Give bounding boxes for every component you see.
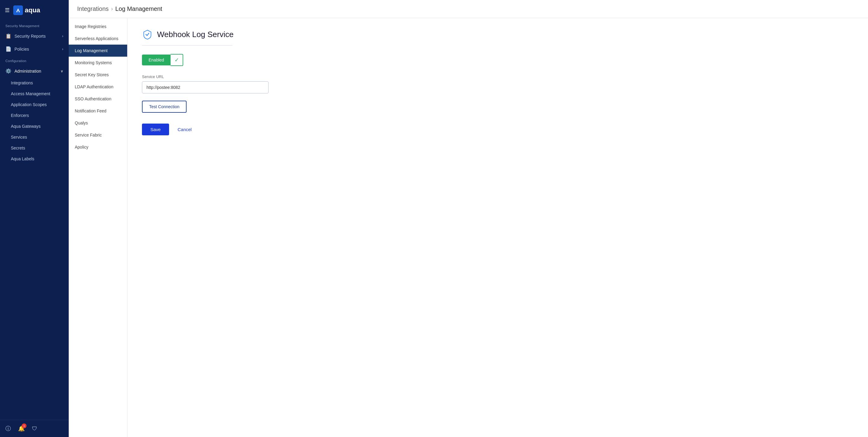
service-url-label: Service URL <box>142 74 854 79</box>
panel-divider <box>142 45 232 45</box>
sub-nav-notification-feed[interactable]: Notification Feed <box>69 105 127 117</box>
sidebar-sub-item-enforcers[interactable]: Enforcers <box>0 110 69 121</box>
service-url-input[interactable] <box>142 82 269 93</box>
sidebar-item-security-reports[interactable]: 📋 Security Reports › <box>0 30 69 42</box>
sidebar-item-label: Security Reports <box>14 34 45 38</box>
sub-item-label: Aqua Gateways <box>11 124 41 129</box>
sub-nav-sso-authentication[interactable]: SSO Authentication <box>69 93 127 105</box>
sub-nav-monitoring-systems[interactable]: Monitoring Systems <box>69 57 127 69</box>
section-config-label: Configuration <box>0 56 69 64</box>
topbar: Integrations › Log Management <box>69 0 868 18</box>
info-icon: ⓘ <box>5 426 11 432</box>
sidebar: ☰ aqua Security Management 📋 Security Re… <box>0 0 69 437</box>
sidebar-item-administration[interactable]: ⚙️ Administration ∨ <box>0 64 69 77</box>
sub-nav-log-management[interactable]: Log Management <box>69 44 127 57</box>
sidebar-sub-item-secrets[interactable]: Secrets <box>0 143 69 153</box>
test-connection-wrapper: Test Connection <box>142 101 854 124</box>
save-button[interactable]: Save <box>142 124 169 135</box>
main-area: Integrations › Log Management Image Regi… <box>69 0 868 437</box>
shield-icon: 🛡 <box>32 426 37 432</box>
logo-text: aqua <box>25 6 40 14</box>
checkmark-icon: ✓ <box>175 57 179 63</box>
sidebar-sub-item-aqua-gateways[interactable]: Aqua Gateways <box>0 121 69 132</box>
enabled-toggle-button[interactable]: Enabled <box>142 55 170 65</box>
webhook-icon <box>142 29 153 40</box>
sub-nav-qualys[interactable]: Qualys <box>69 117 127 129</box>
administration-icon: ⚙️ <box>5 68 11 74</box>
sub-item-label: Application Scopes <box>11 102 47 107</box>
breadcrumb-current: Log Management <box>116 5 162 12</box>
sub-item-label: Secrets <box>11 146 25 150</box>
action-row: Save Cancel <box>142 124 854 135</box>
sidebar-sub-item-services[interactable]: Services <box>0 132 69 143</box>
sub-nav: Image Registries Serverless Applications… <box>69 18 127 437</box>
info-icon-button[interactable]: ⓘ <box>5 425 11 432</box>
toggle-check-icon[interactable]: ✓ <box>170 54 183 66</box>
bell-icon-button[interactable]: 🔔 1 <box>18 425 25 432</box>
sidebar-item-policies[interactable]: 📄 Policies › <box>0 42 69 56</box>
sub-item-label: Services <box>11 135 27 139</box>
logo-icon <box>13 5 23 15</box>
cancel-button[interactable]: Cancel <box>175 124 194 135</box>
sub-item-label: Aqua Labels <box>11 156 34 161</box>
policies-icon: 📄 <box>5 46 11 52</box>
sidebar-footer: ⓘ 🔔 1 🛡 <box>0 420 69 437</box>
sub-item-label: Enforcers <box>11 113 29 118</box>
toggle-row: Enabled ✓ <box>142 54 854 66</box>
shield-icon-button[interactable]: 🛡 <box>32 426 37 432</box>
sidebar-item-label: Administration <box>14 69 41 73</box>
sub-nav-apolicy[interactable]: Apolicy <box>69 141 127 153</box>
chevron-down-icon: ∨ <box>61 69 63 73</box>
sidebar-sub-item-access-management[interactable]: Access Management <box>0 88 69 99</box>
sidebar-sub-item-integrations[interactable]: Integrations <box>0 77 69 88</box>
sidebar-sub-item-application-scopes[interactable]: Application Scopes <box>0 99 69 110</box>
content-area: Image Registries Serverless Applications… <box>69 18 868 437</box>
chevron-right-icon: › <box>62 47 63 51</box>
sidebar-header: ☰ aqua <box>0 0 69 21</box>
chevron-right-icon: › <box>62 34 63 38</box>
sidebar-item-label: Policies <box>14 47 29 52</box>
breadcrumb-parent[interactable]: Integrations <box>77 5 109 12</box>
test-connection-button[interactable]: Test Connection <box>142 101 187 113</box>
logo: aqua <box>13 5 40 15</box>
breadcrumb-separator: › <box>111 6 113 12</box>
sub-nav-ldap-authentication[interactable]: LDAP Authentication <box>69 81 127 93</box>
detail-panel: Webhook Log Service Enabled ✓ Service UR… <box>127 18 868 437</box>
sub-nav-image-registries[interactable]: Image Registries <box>69 21 127 33</box>
panel-title: Webhook Log Service <box>157 30 234 39</box>
panel-title-row: Webhook Log Service <box>142 29 854 40</box>
section-security-label: Security Management <box>0 21 69 30</box>
sub-item-label: Access Management <box>11 91 50 96</box>
sub-nav-secret-key-stores[interactable]: Secret Key Stores <box>69 69 127 81</box>
security-reports-icon: 📋 <box>5 33 11 39</box>
sub-nav-service-fabric[interactable]: Service Fabric <box>69 129 127 141</box>
sidebar-sub-item-aqua-labels[interactable]: Aqua Labels <box>0 153 69 164</box>
hamburger-icon[interactable]: ☰ <box>5 7 10 13</box>
sub-item-label: Integrations <box>11 81 33 85</box>
notification-badge: 1 <box>22 424 27 428</box>
sub-nav-serverless-applications[interactable]: Serverless Applications <box>69 33 127 44</box>
